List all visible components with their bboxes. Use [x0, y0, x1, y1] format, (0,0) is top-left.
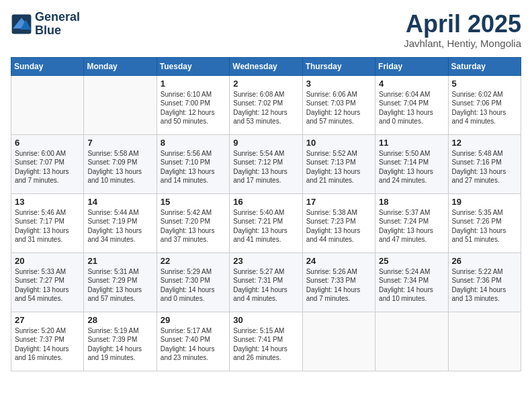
day-number: 14 [87, 197, 152, 207]
day-of-week-header: Friday [375, 57, 448, 75]
calendar-cell: 17Sunrise: 5:38 AM Sunset: 7:23 PM Dayli… [302, 193, 375, 253]
calendar-cell: 28Sunrise: 5:19 AM Sunset: 7:39 PM Dayli… [84, 312, 157, 371]
calendar-cell: 6Sunrise: 6:00 AM Sunset: 7:07 PM Daylig… [11, 134, 84, 193]
day-info: Sunrise: 5:58 AM Sunset: 7:09 PM Dayligh… [87, 149, 152, 185]
day-of-week-header: Wednesday [230, 57, 302, 75]
calendar-cell: 23Sunrise: 5:27 AM Sunset: 7:31 PM Dayli… [230, 253, 302, 312]
calendar-cell: 26Sunrise: 5:22 AM Sunset: 7:36 PM Dayli… [448, 253, 521, 312]
calendar-cell: 22Sunrise: 5:29 AM Sunset: 7:30 PM Dayli… [157, 253, 229, 312]
month-title: April 2025 [404, 11, 521, 38]
calendar-cell: 15Sunrise: 5:42 AM Sunset: 7:20 PM Dayli… [157, 193, 229, 253]
day-number: 11 [379, 138, 444, 148]
day-number: 20 [15, 256, 80, 266]
calendar-cell: 10Sunrise: 5:52 AM Sunset: 7:13 PM Dayli… [302, 134, 375, 193]
day-number: 13 [15, 197, 80, 207]
day-number: 12 [452, 138, 517, 148]
day-number: 17 [306, 197, 371, 207]
calendar-cell: 27Sunrise: 5:20 AM Sunset: 7:37 PM Dayli… [11, 312, 84, 371]
day-info: Sunrise: 5:48 AM Sunset: 7:16 PM Dayligh… [452, 149, 517, 185]
day-info: Sunrise: 5:19 AM Sunset: 7:39 PM Dayligh… [87, 326, 152, 363]
day-number: 22 [161, 256, 226, 266]
calendar-week-row: 1Sunrise: 6:10 AM Sunset: 7:00 PM Daylig… [11, 75, 521, 134]
day-info: Sunrise: 5:15 AM Sunset: 7:41 PM Dayligh… [233, 326, 298, 363]
calendar-week-row: 6Sunrise: 6:00 AM Sunset: 7:07 PM Daylig… [11, 134, 521, 193]
calendar-cell [11, 75, 84, 134]
day-number: 15 [161, 197, 226, 207]
calendar-cell: 21Sunrise: 5:31 AM Sunset: 7:29 PM Dayli… [84, 253, 157, 312]
day-of-week-header: Monday [84, 57, 157, 75]
day-info: Sunrise: 5:24 AM Sunset: 7:34 PM Dayligh… [379, 267, 444, 304]
day-of-week-header: Tuesday [157, 57, 229, 75]
day-info: Sunrise: 5:17 AM Sunset: 7:40 PM Dayligh… [161, 326, 226, 363]
day-info: Sunrise: 5:54 AM Sunset: 7:12 PM Dayligh… [233, 149, 298, 185]
day-number: 5 [452, 79, 517, 89]
calendar-cell: 2Sunrise: 6:08 AM Sunset: 7:02 PM Daylig… [230, 75, 302, 134]
day-info: Sunrise: 6:02 AM Sunset: 7:06 PM Dayligh… [452, 90, 517, 126]
day-info: Sunrise: 5:27 AM Sunset: 7:31 PM Dayligh… [233, 267, 298, 304]
day-number: 29 [161, 315, 226, 325]
calendar-cell: 9Sunrise: 5:54 AM Sunset: 7:12 PM Daylig… [230, 134, 302, 193]
day-info: Sunrise: 6:00 AM Sunset: 7:07 PM Dayligh… [15, 149, 80, 185]
day-info: Sunrise: 5:20 AM Sunset: 7:37 PM Dayligh… [15, 326, 80, 363]
day-info: Sunrise: 5:56 AM Sunset: 7:10 PM Dayligh… [161, 149, 226, 185]
calendar-cell [375, 312, 448, 371]
day-info: Sunrise: 5:31 AM Sunset: 7:29 PM Dayligh… [87, 267, 152, 304]
day-number: 24 [306, 256, 371, 266]
day-info: Sunrise: 6:10 AM Sunset: 7:00 PM Dayligh… [161, 90, 226, 126]
calendar-cell: 18Sunrise: 5:37 AM Sunset: 7:24 PM Dayli… [375, 193, 448, 253]
day-number: 6 [15, 138, 80, 148]
day-info: Sunrise: 6:06 AM Sunset: 7:03 PM Dayligh… [306, 90, 371, 126]
calendar-cell: 24Sunrise: 5:26 AM Sunset: 7:33 PM Dayli… [302, 253, 375, 312]
logo-line1: General [35, 11, 80, 24]
day-info: Sunrise: 5:35 AM Sunset: 7:26 PM Dayligh… [452, 208, 517, 244]
page-header: General Blue April 2025 Javhlant, Hentiy… [11, 11, 521, 49]
calendar-table: SundayMondayTuesdayWednesdayThursdayFrid… [11, 57, 521, 371]
day-number: 21 [87, 256, 152, 266]
day-number: 19 [452, 197, 517, 207]
calendar-cell: 19Sunrise: 5:35 AM Sunset: 7:26 PM Dayli… [448, 193, 521, 253]
day-of-week-header: Thursday [302, 57, 375, 75]
calendar-body: 1Sunrise: 6:10 AM Sunset: 7:00 PM Daylig… [11, 75, 521, 371]
day-number: 3 [306, 79, 371, 89]
day-of-week-header: Saturday [448, 57, 521, 75]
day-info: Sunrise: 5:38 AM Sunset: 7:23 PM Dayligh… [306, 208, 371, 244]
day-number: 7 [87, 138, 152, 148]
day-info: Sunrise: 5:29 AM Sunset: 7:30 PM Dayligh… [161, 267, 226, 304]
day-info: Sunrise: 5:52 AM Sunset: 7:13 PM Dayligh… [306, 149, 371, 185]
calendar-cell: 7Sunrise: 5:58 AM Sunset: 7:09 PM Daylig… [84, 134, 157, 193]
day-info: Sunrise: 5:42 AM Sunset: 7:20 PM Dayligh… [161, 208, 226, 244]
logo-icon [11, 13, 32, 35]
calendar-week-row: 20Sunrise: 5:33 AM Sunset: 7:27 PM Dayli… [11, 253, 521, 312]
calendar-cell [84, 75, 157, 134]
day-number: 8 [161, 138, 226, 148]
day-number: 30 [233, 315, 298, 325]
calendar-cell: 1Sunrise: 6:10 AM Sunset: 7:00 PM Daylig… [157, 75, 229, 134]
day-number: 1 [161, 79, 226, 89]
day-info: Sunrise: 5:44 AM Sunset: 7:19 PM Dayligh… [87, 208, 152, 244]
day-number: 18 [379, 197, 444, 207]
calendar-cell: 14Sunrise: 5:44 AM Sunset: 7:19 PM Dayli… [84, 193, 157, 253]
day-info: Sunrise: 5:22 AM Sunset: 7:36 PM Dayligh… [452, 267, 517, 304]
day-number: 16 [233, 197, 298, 207]
calendar-cell: 11Sunrise: 5:50 AM Sunset: 7:14 PM Dayli… [375, 134, 448, 193]
calendar-cell: 29Sunrise: 5:17 AM Sunset: 7:40 PM Dayli… [157, 312, 229, 371]
day-info: Sunrise: 5:37 AM Sunset: 7:24 PM Dayligh… [379, 208, 444, 244]
calendar-cell [302, 312, 375, 371]
day-info: Sunrise: 5:33 AM Sunset: 7:27 PM Dayligh… [15, 267, 80, 304]
calendar-cell: 20Sunrise: 5:33 AM Sunset: 7:27 PM Dayli… [11, 253, 84, 312]
day-number: 10 [306, 138, 371, 148]
day-info: Sunrise: 5:50 AM Sunset: 7:14 PM Dayligh… [379, 149, 444, 185]
day-number: 4 [379, 79, 444, 89]
calendar-cell: 30Sunrise: 5:15 AM Sunset: 7:41 PM Dayli… [230, 312, 302, 371]
calendar-cell: 4Sunrise: 6:04 AM Sunset: 7:04 PM Daylig… [375, 75, 448, 134]
day-number: 28 [87, 315, 152, 325]
logo-text: General Blue [35, 11, 80, 38]
calendar-cell: 13Sunrise: 5:46 AM Sunset: 7:17 PM Dayli… [11, 193, 84, 253]
day-info: Sunrise: 5:40 AM Sunset: 7:21 PM Dayligh… [233, 208, 298, 244]
day-info: Sunrise: 6:04 AM Sunset: 7:04 PM Dayligh… [379, 90, 444, 126]
day-number: 25 [379, 256, 444, 266]
calendar-cell: 5Sunrise: 6:02 AM Sunset: 7:06 PM Daylig… [448, 75, 521, 134]
calendar-week-row: 13Sunrise: 5:46 AM Sunset: 7:17 PM Dayli… [11, 193, 521, 253]
day-info: Sunrise: 5:46 AM Sunset: 7:17 PM Dayligh… [15, 208, 80, 244]
calendar-cell: 3Sunrise: 6:06 AM Sunset: 7:03 PM Daylig… [302, 75, 375, 134]
